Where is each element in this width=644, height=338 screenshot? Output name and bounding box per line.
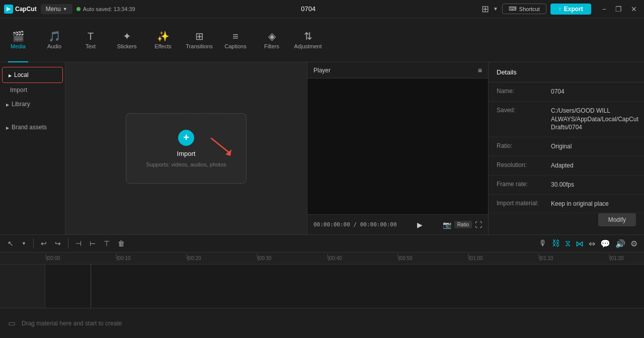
import-button-label: Import (177, 150, 196, 157)
detail-label-3: Resolution: (497, 161, 547, 170)
filters-label: Filters (264, 43, 279, 49)
export-icon: ↑ (558, 6, 561, 13)
player-header: Player ≡ (307, 62, 488, 78)
toolbar-item-transitions[interactable]: ⊞Transitions (181, 18, 217, 62)
sidebar-item-brand-assets[interactable]: Brand assets (0, 120, 65, 135)
import-supports-label: Supports: videos, audios, photos (146, 161, 226, 167)
detail-row-0: Name:0704 (489, 82, 644, 102)
ruler-mark-6: |01:00 (468, 256, 538, 261)
track-area[interactable] (45, 265, 644, 308)
select-dropdown-button[interactable]: ▼ (19, 239, 29, 247)
track-labels (0, 265, 45, 308)
sound-button[interactable]: 🔊 (614, 237, 627, 250)
zoom-button[interactable]: ⚙ (629, 237, 639, 250)
sidebar-library-label: Library (12, 101, 30, 108)
app-body: 🎬Media🎵AudioTText✦Stickers✨Effects⊞Trans… (0, 18, 644, 338)
sidebar-divider (0, 112, 65, 120)
align-button[interactable]: ⇔ (587, 237, 597, 250)
detail-value-5: Keep in original place (551, 200, 636, 208)
detail-value-0: 0704 (551, 88, 636, 96)
toolbar-item-media[interactable]: 🎬Media (0, 18, 36, 62)
ruler-mark-0: |00:00 (45, 256, 116, 261)
audio-icon: 🎵 (48, 31, 61, 41)
snap-button[interactable]: ⋈ (574, 237, 585, 250)
sidebar-item-local[interactable]: Local (2, 67, 63, 83)
stickers-icon: ✦ (123, 31, 131, 41)
captions-icon: ≡ (232, 31, 238, 41)
trim-button[interactable]: ⊤ (101, 238, 112, 249)
library-chevron-icon (6, 101, 9, 108)
transitions-icon: ⊞ (195, 31, 204, 41)
link-button[interactable]: ⛓ (550, 237, 561, 249)
detail-row-1: Saved:C:/Users/GOOD WILL ALWAYS/AppData/… (489, 102, 644, 137)
split-button[interactable]: ⊢ (87, 238, 98, 249)
sidebar-local-label: Local (14, 71, 29, 78)
player-controls: 00:00:00:00 / 00:00:00:00 ▶ 📷 Ratio ⛶ (307, 214, 488, 234)
content-area: Local Import Library Brand assets (0, 62, 644, 234)
detail-value-3: Adapted (551, 161, 636, 170)
toolbar-item-stickers[interactable]: ✦Stickers (109, 18, 145, 62)
mic-button[interactable]: 🎙 (537, 237, 548, 249)
export-button[interactable]: ↑ Export (550, 4, 591, 15)
project-name: 0704 (301, 5, 315, 13)
import-plus-icon: + (178, 130, 194, 146)
timeline-bottom[interactable]: ▭ Drag material here and start to create (0, 308, 644, 338)
sidebar-brand-label: Brand assets (12, 124, 47, 131)
detail-row-3: Resolution:Adapted (489, 156, 644, 176)
restore-button[interactable]: ❐ (612, 4, 625, 14)
minimize-button[interactable]: − (599, 4, 609, 14)
adjustment-icon: ⇅ (304, 31, 312, 41)
play-button[interactable]: ▶ (417, 221, 423, 229)
current-time: 00:00:00:00 (313, 221, 350, 228)
titlebar: ▶ CapCut Menu ▼ Auto saved: 13:34:39 070… (0, 0, 644, 18)
ruler-marks: |00:00|00:10|00:20|00:30|00:40|00:50|01:… (45, 256, 644, 261)
arrow-indicator (206, 133, 236, 160)
redo-button[interactable]: ↪ (52, 238, 63, 249)
details-header: Details (489, 62, 644, 82)
close-button[interactable]: ✕ (628, 4, 640, 14)
toolbar-item-filters[interactable]: ◈Filters (254, 18, 290, 62)
sidebar-item-library[interactable]: Library (0, 97, 65, 112)
stickers-label: Stickers (117, 43, 136, 49)
ruler-mark-2: |00:20 (186, 256, 257, 261)
sidebar-item-import[interactable]: Import (0, 83, 65, 97)
time-separator: / (353, 221, 360, 228)
toolbar-item-captions[interactable]: ≡Captions (217, 18, 254, 62)
fullscreen-button[interactable]: ⛶ (475, 221, 482, 229)
detail-label-0: Name: (497, 88, 547, 96)
ruler-mark-8: |01:20 (609, 256, 644, 261)
details-panel: Details Name:0704Saved:C:/Users/GOOD WIL… (488, 62, 644, 234)
select-tool-button[interactable]: ↖ (5, 238, 16, 249)
drag-hint-text: Drag material here and start to create (22, 320, 122, 327)
transitions-label: Transitions (186, 43, 212, 49)
toolbar-item-adjustment[interactable]: ⇅Adjustment (290, 18, 326, 62)
detail-row-5: Import material:Keep in original place (489, 195, 644, 214)
toolbar: 🎬Media🎵AudioTText✦Stickers✨Effects⊞Trans… (0, 18, 644, 62)
detail-value-1: C:/Users/GOOD WILL ALWAYS/AppData/Local/… (551, 107, 638, 132)
toolbar-separator-1 (33, 238, 34, 248)
modify-button[interactable]: Modify (598, 213, 636, 226)
ratio-button[interactable]: Ratio (454, 221, 472, 228)
autosave-indicator: Auto saved: 13:34:39 (76, 6, 135, 12)
ruler-mark-3: |00:30 (257, 256, 327, 261)
autosave-text: Auto saved: 13:34:39 (83, 6, 135, 12)
subtitle-button[interactable]: 💬 (599, 237, 612, 250)
media-label: Media (11, 43, 26, 49)
timeline-toolbar: ↖ ▼ ↩ ↪ ⊣ ⊢ ⊤ 🗑 🎙 ⛓ ⧖ ⋈ ⇔ 💬 🔊 ⚙ (0, 234, 644, 252)
timeline-ruler: |00:00|00:10|00:20|00:30|00:40|00:50|01:… (0, 252, 644, 265)
capcut-logo-icon: ▶ (4, 5, 13, 14)
toolbar-item-effects[interactable]: ✨Effects (145, 18, 181, 62)
delete-button[interactable]: 🗑 (115, 238, 127, 249)
split-left-button[interactable]: ⊣ (73, 238, 84, 249)
shortcut-button[interactable]: ⌨ Shortcut (502, 4, 546, 14)
player-right-controls: 📷 Ratio ⛶ (443, 221, 482, 229)
undo-button[interactable]: ↩ (38, 238, 49, 249)
magnetic-button[interactable]: ⧖ (564, 237, 572, 249)
import-box-container: + Import Supports: videos, audios, photo… (126, 113, 247, 184)
toolbar-item-audio[interactable]: 🎵Audio (36, 18, 72, 62)
toolbar-item-text[interactable]: TText (72, 18, 109, 62)
menu-button[interactable]: Menu ▼ (41, 4, 72, 14)
player-menu-button[interactable]: ≡ (478, 66, 482, 74)
screenshot-button[interactable]: 📷 (443, 221, 451, 229)
media-icon: 🎬 (12, 31, 25, 41)
